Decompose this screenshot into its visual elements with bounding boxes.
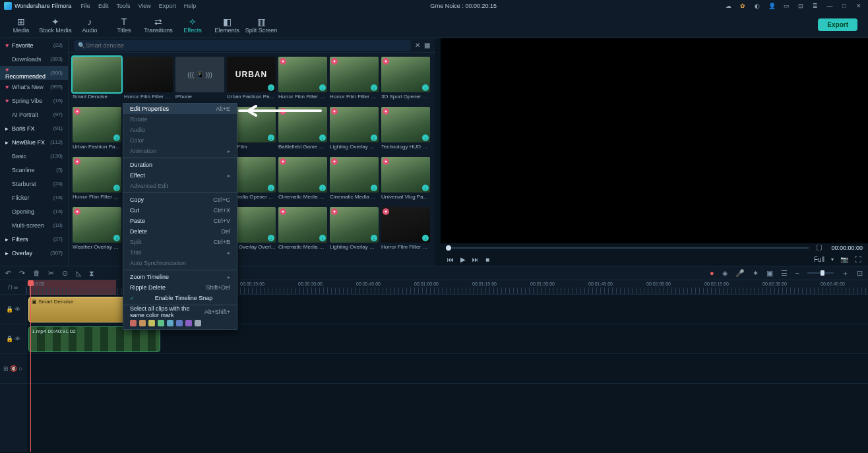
effect-thumb[interactable]: ↓URBANUrban Fashion Pack Over...: [227, 57, 276, 104]
visible-icon[interactable]: 👁: [15, 306, 20, 313]
effect-thumb[interactable]: Horror Film Filter Pack O...: [124, 57, 173, 104]
mute-icon[interactable]: 🔇: [10, 365, 17, 372]
notifications-icon[interactable]: ⊡: [795, 3, 806, 9]
zoom-slider[interactable]: [807, 272, 834, 274]
tab-transitions[interactable]: ⇄Transitions: [141, 13, 175, 38]
menu-export[interactable]: Export: [159, 3, 176, 9]
effect-thumb[interactable]: ♥↓Horror Film Filter Pack O...: [278, 57, 327, 104]
delete-button[interactable]: 🗑: [33, 269, 40, 277]
play-button[interactable]: ▶: [460, 256, 466, 263]
bracket-close-icon[interactable]: 〕: [819, 243, 826, 253]
sidebar-item-overlay[interactable]: ▸Overlay(307): [0, 246, 68, 260]
tab-effects[interactable]: ✧Effects: [175, 13, 210, 38]
clip-video[interactable]: 1.mp4 00:40:91:02: [29, 327, 160, 351]
sidebar-item-downloads[interactable]: Downloads(393): [0, 52, 68, 66]
effect-thumb[interactable]: ♥↓Cinematic Media Opener ...: [278, 157, 327, 204]
sidebar-item-scanline[interactable]: Scanline(3): [0, 163, 68, 177]
snapshot-icon[interactable]: 📷: [840, 256, 848, 263]
scrub-knob[interactable]: [446, 245, 451, 251]
account-icon[interactable]: ≣: [810, 3, 821, 9]
minimize-icon[interactable]: —: [824, 3, 835, 9]
color-swatch[interactable]: [148, 320, 155, 326]
ctx-paste[interactable]: PasteCtrl+V: [123, 216, 237, 226]
magnet-icon[interactable]: ⊓: [8, 284, 13, 291]
marker-button[interactable]: ⊙: [62, 269, 68, 278]
effect-thumb[interactable]: ♥↓Horror Film Filter Pack O...: [381, 207, 430, 255]
sidebar-item-boris-fx[interactable]: ▸Boris FX(91): [0, 121, 68, 135]
effect-thumb[interactable]: ♥↓Cinematic Media Opener ...: [278, 207, 327, 255]
zoom-in-icon[interactable]: ＋: [842, 268, 849, 278]
ctx-effect[interactable]: Effect: [123, 170, 237, 181]
color-swatch[interactable]: [158, 320, 164, 326]
ctx-copy[interactable]: CopyCtrl+C: [123, 195, 237, 205]
menu-file[interactable]: File: [80, 3, 90, 9]
effect-thumb[interactable]: ♥↓Urban Fashion Pack Over...: [73, 107, 121, 154]
zoom-knob[interactable]: [821, 270, 824, 276]
effect-thumb[interactable]: ♥↓Lighting Overlay Overlay ...: [330, 207, 379, 255]
sidebar-item-what-s-new[interactable]: ♥What's New(955): [0, 80, 68, 94]
menu-view[interactable]: View: [138, 3, 150, 9]
zoom-out-icon[interactable]: −: [795, 269, 799, 277]
ctx-duration[interactable]: Duration: [123, 160, 237, 170]
split-button[interactable]: ✂: [48, 269, 54, 278]
effect-thumb[interactable]: ♥↓Cinematic Media Opener ...: [330, 157, 379, 204]
menu-tools[interactable]: Tools: [116, 3, 130, 9]
crop-button[interactable]: ◺: [76, 269, 81, 278]
effect-thumb[interactable]: ♥↓Horror Film Filter Pack O...: [73, 157, 121, 204]
sidebar-item-spring-vibe[interactable]: ♥Spring Vibe(16): [0, 94, 68, 107]
close-icon[interactable]: ✕: [853, 3, 864, 9]
visible-icon[interactable]: 👁: [15, 336, 20, 342]
quality-label[interactable]: Full: [814, 256, 824, 263]
cloud-icon[interactable]: ☁: [723, 3, 733, 9]
effect-thumb[interactable]: ((( 📱 )))iPhone: [175, 57, 224, 104]
lock-icon[interactable]: 🔒: [6, 336, 13, 342]
keyframe-icon[interactable]: ✦: [753, 269, 759, 278]
export-button[interactable]: Export: [818, 18, 857, 31]
flower-icon[interactable]: ✿: [737, 3, 748, 9]
sidebar-item-flicker[interactable]: Flicker(18): [0, 191, 68, 204]
sidebar-item-ai-portrait[interactable]: AI Portrait(97): [0, 107, 68, 121]
tab-elements[interactable]: ◧Elements: [210, 13, 244, 38]
ctx-delete[interactable]: DeleteDel: [123, 226, 237, 237]
effect-thumb[interactable]: ♥↓Battlefield Game Pack Ov...: [278, 107, 327, 154]
sidebar-item-newblue-fx[interactable]: ▸NewBlue FX(112): [0, 135, 68, 149]
track-menu-icon[interactable]: ○: [18, 365, 22, 372]
clear-search-icon[interactable]: ✕: [415, 42, 420, 49]
color-swatch[interactable]: [167, 320, 173, 326]
bracket-open-icon[interactable]: 〔: [813, 243, 819, 253]
ctx-ripple-delete[interactable]: Ripple DeleteShift+Del: [123, 282, 237, 293]
zoom-fit-icon[interactable]: ⊡: [857, 269, 863, 278]
menu-edit[interactable]: Edit: [98, 3, 109, 9]
render-icon[interactable]: ▣: [766, 269, 773, 278]
effect-thumb[interactable]: Smart Denoise: [73, 57, 121, 104]
menu-help[interactable]: Help: [184, 3, 197, 9]
tab-stock-media[interactable]: ✦Stock Media: [38, 13, 73, 38]
effect-thumb[interactable]: ♥↓3D Sport Opener Pack O...: [381, 57, 430, 104]
effect-thumb[interactable]: ♥↓Lighting Overlay Overlay ...: [330, 107, 379, 154]
effect-thumb[interactable]: ♥↓Technology HUD Pack O...: [381, 107, 430, 154]
ctx-enable-timeline-snap[interactable]: Enable Timeline Snap: [123, 293, 237, 303]
add-track-icon[interactable]: ⊞: [3, 365, 9, 372]
scrub-bar[interactable]: [446, 247, 809, 249]
mixer-icon[interactable]: ◈: [722, 269, 728, 278]
redo-button[interactable]: ↷: [19, 269, 25, 278]
voiceover-icon[interactable]: 🎤: [735, 269, 745, 278]
color-swatch[interactable]: [185, 320, 192, 326]
tab-split-screen[interactable]: ▥Split Screen: [244, 13, 278, 38]
next-frame-button[interactable]: ⏭: [472, 256, 479, 263]
tab-media[interactable]: ⊞Media: [4, 13, 38, 38]
sidebar-item-basic[interactable]: Basic(130): [0, 149, 68, 163]
link-icon[interactable]: ∞: [14, 284, 18, 291]
sidebar-item-favorite[interactable]: ♥Favorite(22): [0, 38, 68, 52]
color-swatch[interactable]: [176, 320, 183, 326]
effect-thumb[interactable]: ♥↓Horror Film Filter Pack O...: [330, 57, 379, 104]
effect-thumb[interactable]: ♥↓Universal Vlog Pack Over...: [381, 157, 430, 204]
sidebar-item-multi-screen[interactable]: Multi-screen(10): [0, 218, 68, 232]
color-swatch[interactable]: [195, 320, 201, 326]
ctx-cut[interactable]: CutCtrl+X: [123, 205, 237, 216]
color-swatch[interactable]: [130, 320, 137, 326]
effect-thumb[interactable]: ♥↓Weather Overlay Overlay...: [73, 207, 121, 255]
tab-titles[interactable]: TTitles: [107, 13, 141, 38]
search-input[interactable]: [74, 40, 411, 51]
grid-view-icon[interactable]: ▦: [424, 42, 430, 49]
